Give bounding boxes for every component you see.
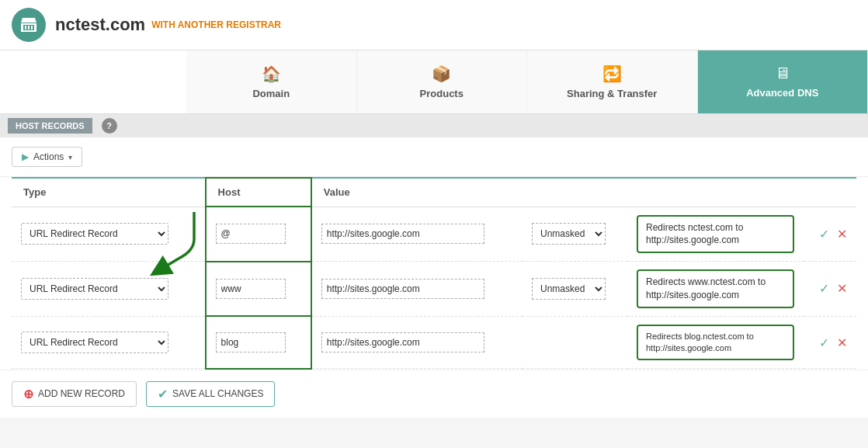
actions-label: Actions xyxy=(33,151,64,162)
tab-products[interactable]: 📦 Products xyxy=(357,50,528,113)
col-type: Type xyxy=(12,178,206,207)
row3-value-input[interactable] xyxy=(321,332,484,352)
tab-sharing[interactable]: 🔁 Sharing & Transfer xyxy=(527,50,698,113)
row1-save-icon[interactable]: ✓ xyxy=(819,227,829,241)
row1-value-input[interactable] xyxy=(321,224,484,244)
tab-advanced-dns-label: Advanced DNS xyxy=(746,87,818,99)
row2-host-input[interactable] xyxy=(216,279,286,299)
domain-name: nctest.com xyxy=(55,15,145,35)
main-content: HOST RECORDS ? ▶ Actions ▾ Type Host xyxy=(0,114,868,418)
domain-icon: 🏠 xyxy=(262,64,281,83)
row3-type-cell: URL Redirect Record A Record CNAME Recor… xyxy=(12,316,206,369)
row1-delete-icon[interactable]: ✕ xyxy=(837,227,847,241)
row1-host-input[interactable] xyxy=(216,224,286,244)
row2-value-cell xyxy=(311,262,523,317)
col-actions xyxy=(804,178,856,207)
row3-tooltip-cell: Redirects blog.nctest.com to http://site… xyxy=(627,316,804,369)
check-circle-icon: ✔ xyxy=(158,387,168,401)
header: nctest.com WITH ANOTHER REGISTRAR xyxy=(0,0,868,50)
table-wrapper: Type Host Value URL Redirect Record A Re… xyxy=(0,177,868,370)
row2-type-cell: URL Redirect Record A Record CNAME Recor… xyxy=(12,262,206,317)
row1-action-cell: ✓ ✕ xyxy=(804,207,856,262)
row3-action-cell: ✓ ✕ xyxy=(804,316,856,369)
help-icon[interactable]: ? xyxy=(102,118,117,134)
row2-mask-cell: Unmasked Masked xyxy=(523,262,627,317)
site-logo xyxy=(12,8,46,42)
row1-tooltip-cell: Redirects nctest.com tohttp://sites.goog… xyxy=(627,207,804,262)
play-icon: ▶ xyxy=(22,151,29,162)
table-row: URL Redirect Record A Record CNAME Recor… xyxy=(12,207,856,262)
row3-host-cell xyxy=(206,316,311,369)
advanced-dns-icon: 🖥 xyxy=(775,64,790,82)
tab-products-label: Products xyxy=(420,88,464,99)
row3-tooltip-box: Redirects blog.nctest.com to http://site… xyxy=(637,325,794,361)
actions-bar: ▶ Actions ▾ xyxy=(0,137,868,177)
row1-host-cell xyxy=(206,207,311,262)
row1-value-cell xyxy=(311,207,523,262)
col-value: Value xyxy=(311,178,523,207)
tab-sharing-label: Sharing & Transfer xyxy=(567,88,657,99)
row1-type-cell: URL Redirect Record A Record CNAME Recor… xyxy=(12,207,206,262)
row3-type-select[interactable]: URL Redirect Record A Record CNAME Recor… xyxy=(21,332,168,353)
row2-tooltip-box: Redirects www.nctest.com tohttp://sites.… xyxy=(637,269,794,308)
plus-icon: ⊕ xyxy=(23,387,33,401)
row3-host-input[interactable] xyxy=(216,332,286,352)
row1-mask-select[interactable]: Unmasked Masked xyxy=(532,223,606,245)
row2-save-icon[interactable]: ✓ xyxy=(819,282,829,295)
dns-table: Type Host Value URL Redirect Record A Re… xyxy=(12,177,856,370)
table-row: URL Redirect Record A Record CNAME Recor… xyxy=(12,316,856,369)
add-new-record-button[interactable]: ⊕ ADD NEW RECORD xyxy=(12,381,137,407)
row2-type-select[interactable]: URL Redirect Record A Record CNAME Recor… xyxy=(21,278,168,300)
table-header-row: Type Host Value xyxy=(12,178,856,207)
row1-tooltip-box: Redirects nctest.com tohttp://sites.goog… xyxy=(637,215,794,254)
registrar-label: WITH ANOTHER REGISTRAR xyxy=(151,19,281,30)
row1-type-select[interactable]: URL Redirect Record A Record CNAME Recor… xyxy=(21,223,168,245)
add-label: ADD NEW RECORD xyxy=(38,388,125,399)
save-label: SAVE ALL CHANGES xyxy=(172,388,263,399)
row2-tooltip-cell: Redirects www.nctest.com tohttp://sites.… xyxy=(627,262,804,317)
section-header: HOST RECORDS ? xyxy=(0,114,868,137)
row3-save-icon[interactable]: ✓ xyxy=(819,336,829,349)
col-tooltip xyxy=(627,178,804,207)
actions-button[interactable]: ▶ Actions ▾ xyxy=(12,147,82,167)
tab-domain[interactable]: 🏠 Domain xyxy=(186,50,357,113)
sharing-icon: 🔁 xyxy=(602,64,622,83)
col-host: Host xyxy=(206,178,311,207)
save-all-changes-button[interactable]: ✔ SAVE ALL CHANGES xyxy=(146,381,275,407)
row3-delete-icon[interactable]: ✕ xyxy=(837,336,847,349)
row1-mask-cell: Unmasked Masked xyxy=(523,207,627,262)
tab-advanced-dns[interactable]: 🖥 Advanced DNS xyxy=(698,50,869,113)
row3-value-cell xyxy=(311,316,523,369)
row3-mask-cell xyxy=(523,316,627,369)
store-icon xyxy=(19,16,38,34)
row2-mask-select[interactable]: Unmasked Masked xyxy=(532,278,606,300)
col-mask xyxy=(523,178,627,207)
table-row: URL Redirect Record A Record CNAME Recor… xyxy=(12,262,856,317)
row2-host-cell xyxy=(206,262,311,317)
products-icon: 📦 xyxy=(432,64,451,83)
nav-spacer xyxy=(0,50,186,113)
row2-delete-icon[interactable]: ✕ xyxy=(837,282,847,295)
row2-value-input[interactable] xyxy=(321,279,484,299)
row2-action-cell: ✓ ✕ xyxy=(804,262,856,317)
caret-icon: ▾ xyxy=(68,153,72,161)
section-title: HOST RECORDS xyxy=(8,118,92,134)
bottom-bar: ⊕ ADD NEW RECORD ✔ SAVE ALL CHANGES xyxy=(0,370,868,418)
nav-tabs: 🏠 Domain 📦 Products 🔁 Sharing & Transfer… xyxy=(0,50,868,114)
tab-domain-label: Domain xyxy=(252,88,290,99)
